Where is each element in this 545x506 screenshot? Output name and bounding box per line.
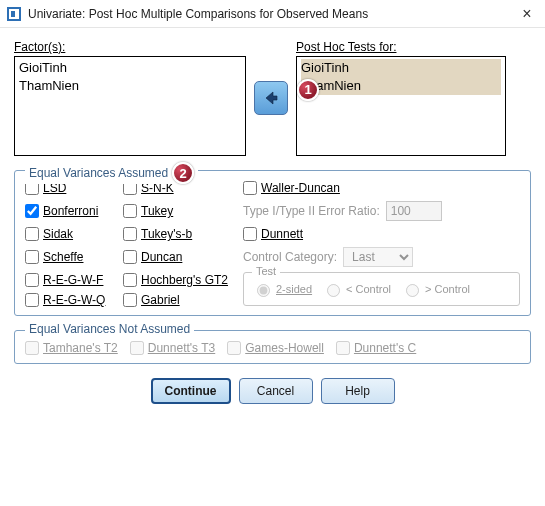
factors-label: Factor(s): bbox=[14, 40, 246, 54]
scheffe-checkbox[interactable]: Scheffe bbox=[25, 250, 123, 264]
control-category-row: Control Category: Last bbox=[243, 247, 520, 267]
test-legend: Test bbox=[252, 265, 280, 277]
tukey-checkbox[interactable]: Tukey bbox=[123, 204, 243, 218]
control-category-select: Last bbox=[343, 247, 413, 267]
equal-variances-not-assumed-group: Equal Variances Not Assumed Tamhane's T2… bbox=[14, 330, 531, 364]
annotation-badge-1: 1 bbox=[297, 79, 319, 101]
arrow-left-icon bbox=[262, 89, 280, 107]
button-row: Continue Cancel Help bbox=[14, 378, 531, 404]
duncan-checkbox[interactable]: Duncan bbox=[123, 250, 243, 264]
dunnett-t3-checkbox: Dunnett's T3 bbox=[130, 341, 215, 355]
equal-variances-assumed-group: Equal Variances Assumed 2 LSD S-N-K Wall… bbox=[14, 170, 531, 316]
waller-duncan-checkbox[interactable]: Waller-Duncan bbox=[243, 181, 520, 195]
bonferroni-checkbox[interactable]: Bonferroni bbox=[25, 204, 123, 218]
dunnett-c-checkbox: Dunnett's C bbox=[336, 341, 416, 355]
games-howell-checkbox: Games-Howell bbox=[227, 341, 324, 355]
list-item[interactable]: ThamNien bbox=[301, 77, 501, 95]
sidak-checkbox[interactable]: Sidak bbox=[25, 227, 123, 241]
posthoc-for-label: Post Hoc Tests for: bbox=[296, 40, 506, 54]
lt-control-radio: < Control bbox=[322, 281, 391, 297]
posthoc-listbox[interactable]: GioiTinh ThamNien 1 bbox=[296, 56, 506, 156]
list-item[interactable]: ThamNien bbox=[19, 77, 241, 95]
error-ratio-row: Type I/Type II Error Ratio: bbox=[243, 201, 520, 221]
dunnett-checkbox[interactable]: Dunnett bbox=[243, 227, 520, 241]
svg-rect-2 bbox=[11, 11, 15, 17]
annotation-badge-2: 2 bbox=[172, 162, 194, 184]
gt-control-radio: > Control bbox=[401, 281, 470, 297]
gabriel-checkbox[interactable]: Gabriel bbox=[123, 293, 243, 307]
titlebar: Univariate: Post Hoc Multiple Comparison… bbox=[0, 0, 545, 28]
tukeys-b-checkbox[interactable]: Tukey's-b bbox=[123, 227, 243, 241]
two-sided-radio: 2-sided bbox=[252, 281, 312, 297]
hochberg-checkbox[interactable]: Hochberg's GT2 bbox=[123, 273, 243, 287]
tamhane-checkbox: Tamhane's T2 bbox=[25, 341, 118, 355]
close-icon[interactable]: × bbox=[515, 5, 539, 23]
cancel-button[interactable]: Cancel bbox=[239, 378, 313, 404]
regwq-checkbox[interactable]: R-E-G-W-Q bbox=[25, 293, 123, 307]
regwf-checkbox[interactable]: R-E-G-W-F bbox=[25, 273, 123, 287]
help-button[interactable]: Help bbox=[321, 378, 395, 404]
move-left-button[interactable] bbox=[254, 81, 288, 115]
continue-button[interactable]: Continue bbox=[151, 378, 231, 404]
equal-assumed-legend: Equal Variances Assumed 2 bbox=[25, 162, 198, 184]
list-item[interactable]: GioiTinh bbox=[19, 59, 241, 77]
error-ratio-input bbox=[386, 201, 442, 221]
dialog-content: Factor(s): GioiTinh ThamNien Post Hoc Te… bbox=[0, 28, 545, 412]
window-title: Univariate: Post Hoc Multiple Comparison… bbox=[28, 7, 515, 21]
list-item[interactable]: GioiTinh bbox=[301, 59, 501, 77]
test-group: Test 2-sided < Control > Control bbox=[243, 272, 520, 306]
factors-listbox[interactable]: GioiTinh ThamNien bbox=[14, 56, 246, 156]
app-icon bbox=[6, 6, 22, 22]
not-assumed-legend: Equal Variances Not Assumed bbox=[25, 322, 194, 336]
